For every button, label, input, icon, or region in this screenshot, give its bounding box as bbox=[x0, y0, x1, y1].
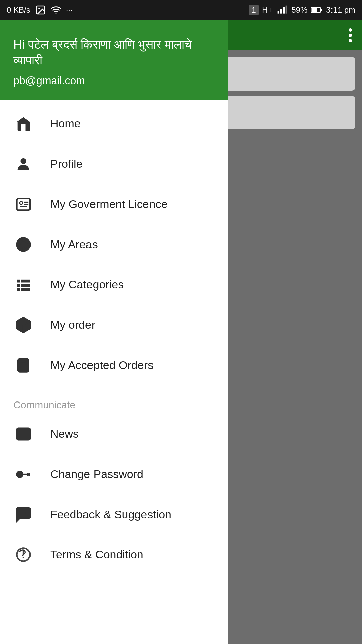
menu-item-profile[interactable]: Profile bbox=[0, 144, 228, 184]
svg-rect-25 bbox=[21, 284, 30, 287]
overflow-menu-button[interactable] bbox=[349, 28, 352, 42]
menu-item-change-password[interactable]: Change Password bbox=[0, 454, 228, 494]
status-right: 1 H+ 59% 3:11 pm bbox=[249, 5, 355, 15]
menu-label-profile: Profile bbox=[50, 157, 82, 170]
network-type: H+ bbox=[262, 5, 273, 15]
menu-label-my-categories: My Categories bbox=[50, 278, 124, 291]
drawer-email: pb@gmail.com bbox=[13, 74, 215, 87]
battery-icon bbox=[311, 7, 323, 13]
svg-rect-3 bbox=[280, 9, 282, 13]
svg-point-11 bbox=[20, 201, 23, 204]
notification-count: 1 bbox=[249, 5, 259, 15]
menu-label-terms: Terms & Condition bbox=[50, 548, 143, 561]
svg-point-1 bbox=[38, 8, 40, 9]
drawer-header: Hi पटेल ब्रदर्स किराणा आणि भुसार मालाचे … bbox=[0, 20, 228, 100]
menu-item-news[interactable]: News bbox=[0, 414, 228, 454]
status-bar: 0 KB/s ··· 1 H+ 59% 3:11 pm bbox=[0, 0, 362, 20]
feedback-icon bbox=[13, 504, 34, 525]
data-speed: 0 KB/s bbox=[7, 5, 31, 15]
menu-item-my-categories[interactable]: My Categories bbox=[0, 265, 228, 305]
drawer-menu: Home Profile My Goverment Licence bbox=[0, 100, 228, 644]
menu-item-govt-licence[interactable]: My Goverment Licence bbox=[0, 184, 228, 224]
svg-rect-23 bbox=[17, 288, 20, 291]
svg-point-33 bbox=[17, 471, 23, 477]
menu-label-news: News bbox=[50, 427, 79, 440]
svg-rect-2 bbox=[278, 11, 279, 14]
image-icon bbox=[35, 5, 46, 15]
clipboard-check-icon bbox=[13, 355, 34, 375]
key-icon bbox=[13, 464, 34, 484]
target-icon bbox=[13, 234, 34, 255]
menu-label-govt-licence: My Goverment Licence bbox=[50, 198, 168, 211]
svg-rect-7 bbox=[321, 9, 322, 11]
person-icon bbox=[13, 154, 34, 174]
drawer-greeting: Hi पटेल ब्रदर्स किराणा आणि भुसार मालाचे … bbox=[13, 37, 215, 68]
svg-rect-21 bbox=[17, 279, 20, 282]
svg-point-16 bbox=[20, 241, 27, 248]
navigation-drawer: Hi पटेल ब्रदर्स किराणा आणि भुसार मालाचे … bbox=[0, 20, 228, 644]
svg-rect-5 bbox=[286, 6, 287, 14]
menu-label-my-order: My order bbox=[50, 318, 95, 331]
wifi-icon bbox=[51, 5, 61, 15]
menu-item-my-areas[interactable]: My Areas bbox=[0, 224, 228, 265]
svg-rect-24 bbox=[21, 279, 30, 282]
menu-divider bbox=[0, 389, 228, 389]
dots-indicator: ··· bbox=[66, 5, 73, 15]
news-icon bbox=[13, 424, 34, 444]
communicate-section-label: Communicate bbox=[0, 392, 228, 414]
svg-point-9 bbox=[20, 158, 26, 164]
menu-item-my-order[interactable]: My order bbox=[0, 305, 228, 345]
menu-item-terms[interactable]: Terms & Condition bbox=[0, 535, 228, 575]
svg-rect-8 bbox=[312, 8, 317, 12]
time: 3:11 pm bbox=[326, 5, 355, 15]
licence-icon bbox=[13, 194, 34, 214]
battery-percent: 59% bbox=[291, 5, 307, 15]
terms-icon bbox=[13, 545, 34, 565]
box-icon bbox=[13, 315, 34, 335]
status-left: 0 KB/s ··· bbox=[7, 5, 73, 15]
home-icon bbox=[13, 114, 34, 134]
menu-label-change-password: Change Password bbox=[50, 468, 143, 481]
menu-label-my-areas: My Areas bbox=[50, 238, 98, 251]
menu-item-home[interactable]: Home bbox=[0, 104, 228, 144]
menu-label-feedback: Feedback & Suggestion bbox=[50, 508, 171, 521]
menu-label-accepted-orders: My Accepted Orders bbox=[50, 359, 154, 372]
svg-rect-22 bbox=[17, 284, 20, 287]
svg-rect-4 bbox=[283, 7, 285, 14]
menu-item-feedback[interactable]: Feedback & Suggestion bbox=[0, 494, 228, 535]
menu-label-home: Home bbox=[50, 117, 81, 130]
signal-icon bbox=[276, 5, 288, 15]
menu-item-accepted-orders[interactable]: My Accepted Orders bbox=[0, 345, 228, 385]
screen: ( किराणा ) e ( भाजी ) Hi पटेल ब्रदर्स कि… bbox=[0, 20, 362, 644]
list-icon bbox=[13, 275, 34, 295]
svg-rect-26 bbox=[21, 288, 30, 291]
